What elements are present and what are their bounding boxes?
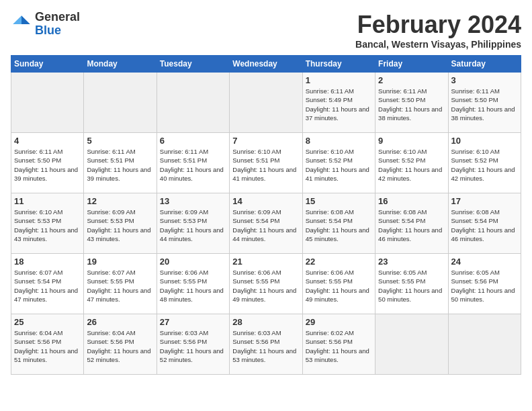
calendar-cell: 22Sunrise: 6:06 AMSunset: 5:55 PMDayligh… — [302, 254, 375, 314]
calendar-cell: 29Sunrise: 6:02 AMSunset: 5:56 PMDayligh… — [302, 314, 375, 375]
calendar-week-row: 18Sunrise: 6:07 AMSunset: 5:54 PMDayligh… — [11, 254, 521, 314]
day-info: Sunrise: 6:07 AMSunset: 5:55 PMDaylight:… — [87, 268, 153, 304]
calendar-cell — [375, 314, 448, 375]
day-info: Sunrise: 6:04 AMSunset: 5:56 PMDaylight:… — [14, 328, 81, 364]
day-info: Sunrise: 6:08 AMSunset: 5:54 PMDaylight:… — [451, 208, 518, 243]
day-info: Sunrise: 6:09 AMSunset: 5:53 PMDaylight:… — [160, 208, 226, 243]
calendar-cell: 21Sunrise: 6:06 AMSunset: 5:55 PMDayligh… — [230, 254, 302, 314]
calendar-subtitle: Bancal, Western Visayas, Philippines — [355, 39, 521, 50]
day-number: 7 — [232, 136, 299, 146]
day-info: Sunrise: 6:10 AMSunset: 5:52 PMDaylight:… — [306, 147, 372, 183]
calendar-cell: 14Sunrise: 6:09 AMSunset: 5:54 PMDayligh… — [230, 193, 302, 254]
calendar-cell: 13Sunrise: 6:09 AMSunset: 5:53 PMDayligh… — [157, 193, 229, 254]
day-info: Sunrise: 6:11 AMSunset: 5:51 PMDaylight:… — [87, 147, 153, 183]
day-number: 10 — [451, 136, 518, 146]
svg-marker-0 — [21, 15, 30, 24]
day-number: 3 — [451, 75, 518, 85]
day-number: 20 — [160, 257, 226, 267]
day-info: Sunrise: 6:10 AMSunset: 5:52 PMDaylight:… — [378, 147, 445, 183]
day-info: Sunrise: 6:04 AMSunset: 5:56 PMDaylight:… — [87, 328, 153, 364]
day-info: Sunrise: 6:03 AMSunset: 5:56 PMDaylight:… — [232, 328, 299, 364]
day-number: 9 — [378, 136, 445, 146]
day-number: 26 — [87, 317, 153, 327]
day-number: 13 — [160, 196, 226, 206]
calendar-week-row: 11Sunrise: 6:10 AMSunset: 5:53 PMDayligh… — [11, 193, 521, 254]
day-number: 17 — [451, 196, 518, 206]
day-number: 12 — [87, 196, 153, 206]
calendar-cell: 1Sunrise: 6:11 AMSunset: 5:49 PMDaylight… — [302, 73, 375, 133]
day-number: 11 — [14, 196, 81, 206]
calendar-week-row: 1Sunrise: 6:11 AMSunset: 5:49 PMDaylight… — [11, 73, 521, 133]
calendar-cell: 5Sunrise: 6:11 AMSunset: 5:51 PMDaylight… — [84, 133, 157, 193]
day-info: Sunrise: 6:06 AMSunset: 5:55 PMDaylight:… — [306, 268, 372, 304]
day-number: 16 — [378, 196, 445, 206]
day-number: 24 — [451, 257, 518, 267]
calendar-cell: 28Sunrise: 6:03 AMSunset: 5:56 PMDayligh… — [230, 314, 302, 375]
day-info: Sunrise: 6:03 AMSunset: 5:56 PMDaylight:… — [160, 328, 226, 364]
day-number: 25 — [14, 317, 81, 327]
calendar-cell: 27Sunrise: 6:03 AMSunset: 5:56 PMDayligh… — [157, 314, 229, 375]
day-number: 5 — [87, 136, 153, 146]
day-info: Sunrise: 6:08 AMSunset: 5:54 PMDaylight:… — [306, 208, 372, 243]
calendar-cell — [230, 73, 302, 133]
day-info: Sunrise: 6:08 AMSunset: 5:54 PMDaylight:… — [378, 208, 445, 243]
day-number: 29 — [306, 317, 372, 327]
day-number: 21 — [232, 257, 299, 267]
day-header-sunday: Sunday — [11, 56, 84, 73]
day-info: Sunrise: 6:11 AMSunset: 5:51 PMDaylight:… — [160, 147, 226, 183]
day-info: Sunrise: 6:10 AMSunset: 5:51 PMDaylight:… — [232, 147, 299, 183]
title-area: February 2024 Bancal, Western Visayas, P… — [355, 11, 521, 50]
calendar-cell: 4Sunrise: 6:11 AMSunset: 5:50 PMDaylight… — [11, 133, 84, 193]
calendar-cell: 10Sunrise: 6:10 AMSunset: 5:52 PMDayligh… — [448, 133, 521, 193]
day-number: 1 — [306, 75, 372, 85]
calendar-cell: 15Sunrise: 6:08 AMSunset: 5:54 PMDayligh… — [302, 193, 375, 254]
calendar-cell: 24Sunrise: 6:05 AMSunset: 5:56 PMDayligh… — [448, 254, 521, 314]
day-number: 19 — [87, 257, 153, 267]
day-info: Sunrise: 6:05 AMSunset: 5:56 PMDaylight:… — [451, 268, 518, 304]
day-header-wednesday: Wednesday — [230, 56, 302, 73]
calendar-cell: 26Sunrise: 6:04 AMSunset: 5:56 PMDayligh… — [84, 314, 157, 375]
calendar-cell: 19Sunrise: 6:07 AMSunset: 5:55 PMDayligh… — [84, 254, 157, 314]
calendar-cell: 23Sunrise: 6:05 AMSunset: 5:55 PMDayligh… — [375, 254, 448, 314]
calendar-cell — [84, 73, 157, 133]
calendar-cell: 25Sunrise: 6:04 AMSunset: 5:56 PMDayligh… — [11, 314, 84, 375]
calendar-cell: 3Sunrise: 6:11 AMSunset: 5:50 PMDaylight… — [448, 73, 521, 133]
calendar-cell: 7Sunrise: 6:10 AMSunset: 5:51 PMDaylight… — [230, 133, 302, 193]
svg-marker-1 — [13, 15, 21, 24]
day-number: 15 — [306, 196, 372, 206]
day-number: 23 — [378, 257, 445, 267]
day-number: 2 — [378, 75, 445, 85]
day-number: 28 — [232, 317, 299, 327]
day-info: Sunrise: 6:07 AMSunset: 5:54 PMDaylight:… — [14, 268, 81, 304]
day-info: Sunrise: 6:10 AMSunset: 5:52 PMDaylight:… — [451, 147, 518, 183]
day-info: Sunrise: 6:10 AMSunset: 5:53 PMDaylight:… — [14, 208, 81, 243]
svg-rect-2 — [14, 25, 29, 32]
logo: GeneralBlue — [11, 11, 80, 38]
day-info: Sunrise: 6:05 AMSunset: 5:55 PMDaylight:… — [378, 268, 445, 304]
day-info: Sunrise: 6:11 AMSunset: 5:49 PMDaylight:… — [306, 87, 372, 122]
calendar-cell: 8Sunrise: 6:10 AMSunset: 5:52 PMDaylight… — [302, 133, 375, 193]
calendar-title: February 2024 — [355, 11, 521, 39]
day-header-thursday: Thursday — [302, 56, 375, 73]
day-number: 18 — [14, 257, 81, 267]
day-number: 8 — [306, 136, 372, 146]
day-number: 27 — [160, 317, 226, 327]
day-number: 22 — [306, 257, 372, 267]
day-info: Sunrise: 6:09 AMSunset: 5:53 PMDaylight:… — [87, 208, 153, 243]
calendar-cell — [157, 73, 229, 133]
calendar-cell: 2Sunrise: 6:11 AMSunset: 5:50 PMDaylight… — [375, 73, 448, 133]
calendar-table: SundayMondayTuesdayWednesdayThursdayFrid… — [11, 55, 521, 375]
day-info: Sunrise: 6:11 AMSunset: 5:50 PMDaylight:… — [14, 147, 81, 183]
calendar-cell: 12Sunrise: 6:09 AMSunset: 5:53 PMDayligh… — [84, 193, 157, 254]
calendar-cell: 17Sunrise: 6:08 AMSunset: 5:54 PMDayligh… — [448, 193, 521, 254]
calendar-cell: 18Sunrise: 6:07 AMSunset: 5:54 PMDayligh… — [11, 254, 84, 314]
day-info: Sunrise: 6:06 AMSunset: 5:55 PMDaylight:… — [160, 268, 226, 304]
calendar-cell: 20Sunrise: 6:06 AMSunset: 5:55 PMDayligh… — [157, 254, 229, 314]
day-header-monday: Monday — [84, 56, 157, 73]
day-number: 4 — [14, 136, 81, 146]
calendar-cell — [448, 314, 521, 375]
day-info: Sunrise: 6:11 AMSunset: 5:50 PMDaylight:… — [451, 87, 518, 122]
calendar-week-row: 25Sunrise: 6:04 AMSunset: 5:56 PMDayligh… — [11, 314, 521, 375]
day-header-tuesday: Tuesday — [157, 56, 229, 73]
day-number: 14 — [232, 196, 299, 206]
